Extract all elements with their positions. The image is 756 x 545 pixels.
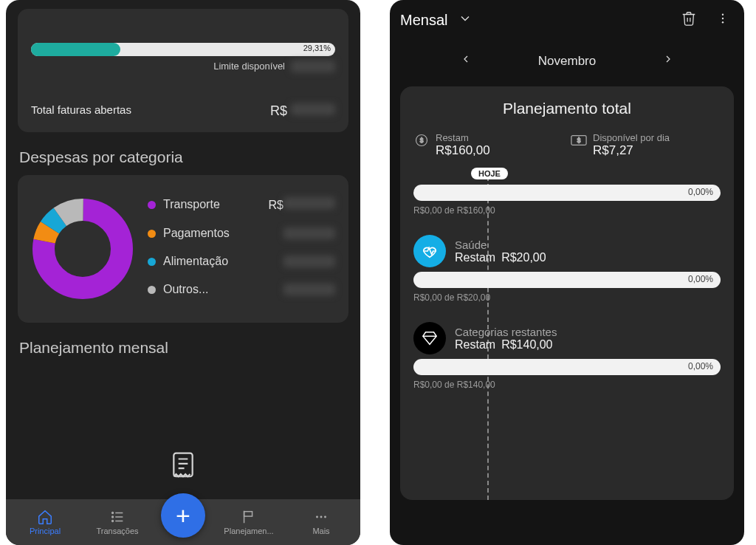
today-marker: HOJE (471, 168, 508, 179)
home-icon (37, 509, 53, 525)
svg-marker-23 (423, 332, 436, 345)
budget-sub: R$0,00 de R$140,00 (413, 380, 721, 390)
legend-label: Pagamentos (163, 227, 276, 240)
legend-row-outros[interactable]: Outros... (148, 275, 335, 304)
kebab-icon[interactable] (712, 7, 734, 32)
legend-value: R$ (269, 197, 335, 212)
nav-mais[interactable]: Mais (292, 509, 350, 535)
summary-stats: $ Restam R$160,00 $ Disponível por dia R… (413, 132, 721, 158)
month-nav: Novembro (390, 38, 744, 86)
bill-icon: $ (571, 132, 587, 148)
budget-head: Saúde RestamR$20,00 (413, 235, 721, 267)
chart-legend: Transporte R$ Pagamentos Alimentação Out… (148, 190, 335, 308)
health-icon (413, 235, 446, 267)
stat-per-day-label: Disponível por dia (593, 132, 670, 143)
budget-saude[interactable]: Saúde RestamR$20,00 0,00% R$0,00 de R$20… (413, 235, 721, 303)
nav-label: Transações (96, 527, 138, 535)
budget-pct: 0,00% (688, 361, 713, 371)
nav-planejamento[interactable]: Planejamen... (220, 509, 278, 535)
legend-row-transporte[interactable]: Transporte R$ (148, 190, 335, 219)
period-dropdown[interactable]: Mensal (400, 12, 447, 29)
svg-rect-12 (244, 512, 252, 516)
legend-value-blurred (284, 227, 335, 239)
budget-bar: 0,00% (413, 359, 721, 375)
budget-head: Categorias restantes RestamR$140,00 (413, 322, 721, 354)
svg-point-17 (722, 18, 724, 19)
svg-point-14 (320, 516, 323, 518)
svg-point-15 (324, 516, 326, 518)
limit-available-row: Limite disponível 0000 (31, 61, 335, 72)
currency-prefix: R$ (269, 199, 284, 211)
diamond-icon (413, 322, 446, 354)
legend-row-alimentacao[interactable]: Alimentação (148, 247, 335, 275)
stat-per-day: $ Disponível por dia R$7,27 (571, 132, 721, 158)
legend-dot-icon (148, 201, 156, 209)
legend-value-blurred (284, 197, 335, 209)
credit-card-summary[interactable]: 29,31% Limite disponível 0000 Total fatu… (18, 9, 348, 132)
stat-remaining-value: R$160,00 (436, 143, 490, 158)
rest-label: Restam (455, 338, 495, 351)
nav-transacoes[interactable]: Transações (89, 509, 146, 535)
open-invoices-value: R$ 0000 (270, 103, 335, 119)
list-icon (109, 509, 126, 525)
budget-total[interactable]: 0,00% R$0,00 de R$160,00 (413, 185, 721, 216)
expenses-chart-card[interactable]: Transporte R$ Pagamentos Alimentação Out… (18, 175, 348, 323)
rest-value: R$20,00 (501, 251, 546, 264)
limit-progress-track: 29,31% (31, 43, 335, 56)
planning-card: Planejamento total $ Restam R$160,00 $ D… (400, 86, 734, 500)
svg-point-9 (112, 521, 114, 522)
legend-label: Outros... (163, 283, 276, 296)
more-icon (313, 509, 329, 525)
limit-available-label: Limite disponível (213, 61, 285, 72)
svg-point-16 (722, 14, 724, 16)
budget-sub: R$0,00 de R$160,00 (413, 205, 721, 216)
nav-label: Planejamen... (224, 527, 273, 535)
next-month-button[interactable] (662, 53, 674, 69)
legend-label: Transporte (163, 198, 261, 211)
nav-label: Mais (312, 527, 329, 535)
open-invoices-value-blurred: 0000 (291, 103, 335, 115)
trash-icon[interactable] (676, 6, 701, 34)
stat-remaining-label: Restam (436, 132, 490, 143)
svg-point-7 (112, 516, 114, 518)
svg-rect-1 (173, 453, 192, 477)
monthly-planning-title: Planejamento mensal (19, 339, 347, 357)
svg-point-5 (112, 513, 114, 514)
legend-dot-icon (148, 286, 156, 294)
budget-pct: 0,00% (688, 187, 713, 197)
budget-sub: R$0,00 de R$20,00 (413, 292, 721, 303)
expenses-section-title: Despesas por categoria (19, 148, 347, 166)
open-invoices-row: Total faturas abertas R$ 0000 (31, 103, 335, 119)
nav-principal[interactable]: Principal (16, 509, 74, 535)
svg-text:$: $ (420, 137, 424, 144)
svg-point-18 (722, 21, 724, 23)
legend-dot-icon (148, 230, 156, 238)
category-name: Categorias restantes (455, 326, 557, 338)
svg-point-13 (316, 516, 318, 518)
prev-month-button[interactable] (460, 53, 472, 69)
receipt-icon[interactable] (169, 450, 197, 484)
period-header: Mensal (390, 0, 744, 38)
coin-icon: $ (413, 132, 430, 148)
currency-prefix: R$ (270, 103, 287, 118)
stat-per-day-value: R$7,27 (593, 143, 670, 158)
limit-available-value-blurred: 0000 (291, 61, 335, 72)
category-name: Saúde (455, 239, 546, 251)
limit-progress-fill (31, 43, 120, 56)
phone-left: 29,31% Limite disponível 0000 Total fatu… (6, 0, 360, 545)
budget-restantes[interactable]: Categorias restantes RestamR$140,00 0,00… (413, 322, 721, 390)
plus-icon: + (176, 501, 190, 530)
limit-progress-percent: 29,31% (303, 44, 331, 52)
chevron-down-icon[interactable] (458, 11, 472, 29)
fab-add[interactable]: + (161, 493, 205, 538)
donut-chart (31, 190, 134, 308)
bottom-nav: Principal Transações + Planejamen... Mai… (6, 499, 360, 545)
legend-value-blurred (284, 256, 335, 267)
open-invoices-label: Total faturas abertas (31, 103, 131, 119)
flag-icon (241, 509, 257, 525)
nav-label: Principal (30, 527, 61, 535)
svg-text:$: $ (577, 137, 581, 144)
legend-dot-icon (148, 258, 156, 266)
top-cards-wrap: 29,31% Limite disponível 0000 Total fatu… (6, 9, 360, 132)
legend-row-pagamentos[interactable]: Pagamentos (148, 219, 335, 247)
